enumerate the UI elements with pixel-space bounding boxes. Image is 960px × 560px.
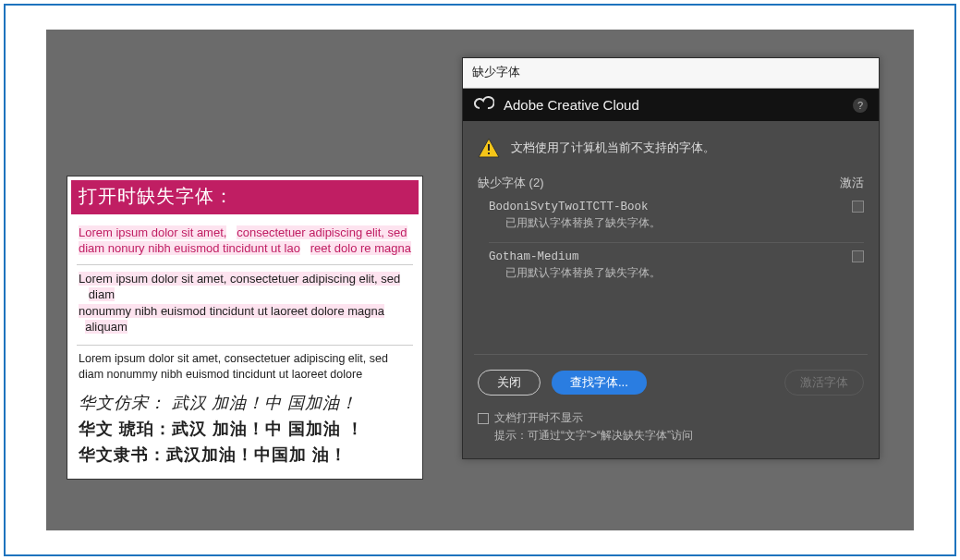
doc-paragraph-3: Lorem ipsum dolor sit amet, consectetuer…: [79, 351, 411, 383]
dialog-footer: 文档打开时不显示 提示：可通过“文字”>“解决缺失字体”访问: [463, 405, 879, 458]
missing-fonts-dialog: 缺少字体 Adobe Creative Cloud ? 文档使用了计算机当前不支…: [462, 57, 880, 459]
activate-column-label: 激活: [840, 175, 864, 191]
doc-cn-line-3: 华文隶书：武汉加油！中国加 油！: [79, 444, 411, 466]
dont-show-checkbox[interactable]: [478, 413, 489, 424]
font-list-header: 缺少字体 (2) 激活: [463, 169, 879, 197]
svg-rect-0: [488, 144, 490, 151]
creative-cloud-icon: [474, 96, 494, 114]
activate-checkbox[interactable]: [852, 250, 864, 262]
button-row: 关闭 查找字体... 激活字体: [463, 355, 879, 405]
doc-cn-line-1: 华文仿宋： 武汉 加油！中 国加油！: [79, 392, 411, 414]
creative-cloud-label: Adobe Creative Cloud: [504, 97, 844, 113]
font-substitution-note: 已用默认字体替换了缺失字体。: [489, 215, 864, 231]
footer-hint: 提示：可通过“文字”>“解决缺失字体”访问: [478, 428, 864, 444]
creative-cloud-bar: Adobe Creative Cloud ?: [463, 89, 879, 121]
font-substitution-note: 已用默认字体替换了缺失字体。: [489, 265, 864, 281]
font-name: BodoniSvtyTwoITCTT-Book: [489, 201, 864, 213]
doc-paragraph-2: Lorem ipsum dolor sit amet, consectetuer…: [79, 271, 411, 335]
doc-body: Lorem ipsum dolor sit amet, consectetuer…: [71, 214, 419, 475]
doc-paragraph-1: Lorem ipsum dolor sit amet, consectetuer…: [79, 225, 411, 257]
missing-count-label: 缺少字体 (2): [478, 175, 544, 191]
font-item: Gotham-Medium 已用默认字体替换了缺失字体。: [463, 247, 879, 290]
activate-fonts-button: 激活字体: [784, 370, 864, 396]
close-button[interactable]: 关闭: [478, 370, 541, 396]
dont-show-label: 文档打开时不显示: [494, 410, 583, 426]
find-fonts-button[interactable]: 查找字体...: [552, 371, 647, 395]
warning-icon: [478, 138, 500, 158]
alert-row: 文档使用了计算机当前不支持的字体。: [463, 121, 879, 169]
svg-rect-1: [488, 152, 490, 154]
activate-checkbox[interactable]: [852, 201, 864, 213]
help-icon[interactable]: ?: [853, 98, 868, 113]
dialog-title: 缺少字体: [463, 58, 879, 89]
alert-text: 文档使用了计算机当前不支持的字体。: [511, 140, 715, 156]
doc-cn-line-2: 华文 琥珀：武汉 加油！中 国加油 ！: [79, 418, 411, 440]
font-item: BodoniSvtyTwoITCTT-Book 已用默认字体替换了缺失字体。: [463, 197, 879, 240]
font-name: Gotham-Medium: [489, 250, 864, 263]
doc-header: 打开时缺失字体：: [71, 180, 419, 214]
document-preview: 打开时缺失字体： Lorem ipsum dolor sit amet, con…: [67, 176, 423, 480]
